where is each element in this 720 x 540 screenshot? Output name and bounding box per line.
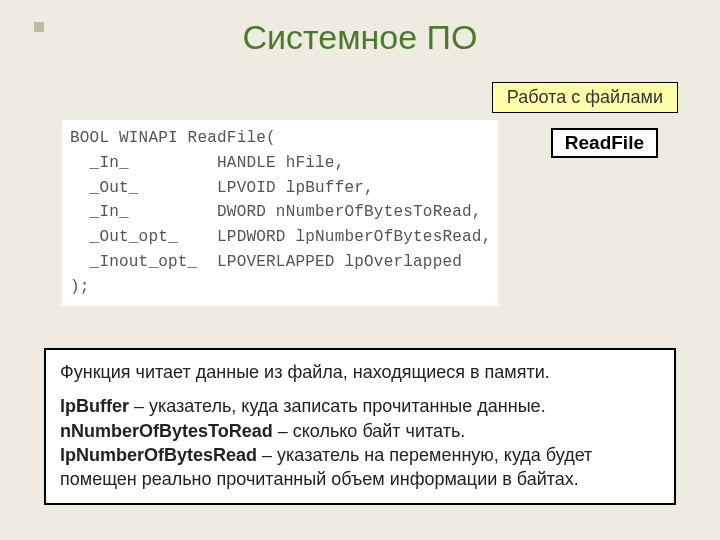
code-block: BOOL WINAPI ReadFile( _In_ HANDLE hFile,… xyxy=(62,120,498,306)
param-lpbuffer-text: – указатель, куда записать прочитанные д… xyxy=(129,396,546,416)
slide-title: Системное ПО xyxy=(0,18,720,57)
subtitle-badge: Работа с файлами xyxy=(492,82,678,113)
function-name-badge: ReadFile xyxy=(551,128,658,158)
slide: Системное ПО Работа с файлами ReadFile B… xyxy=(0,0,720,540)
description-box: Функция читает данные из файла, находящи… xyxy=(44,348,676,505)
param-nbytestoread-text: – сколько байт читать. xyxy=(273,421,466,441)
param-nbytestoread-name: nNumberOfBytesToRead xyxy=(60,421,273,441)
param-nbytesread-name: lpNumberOfBytesRead xyxy=(60,445,257,465)
description-intro: Функция читает данные из файла, находящи… xyxy=(60,360,660,384)
param-lpbuffer-name: lpBuffer xyxy=(60,396,129,416)
description-params: lpBuffer – указатель, куда записать проч… xyxy=(60,394,660,491)
